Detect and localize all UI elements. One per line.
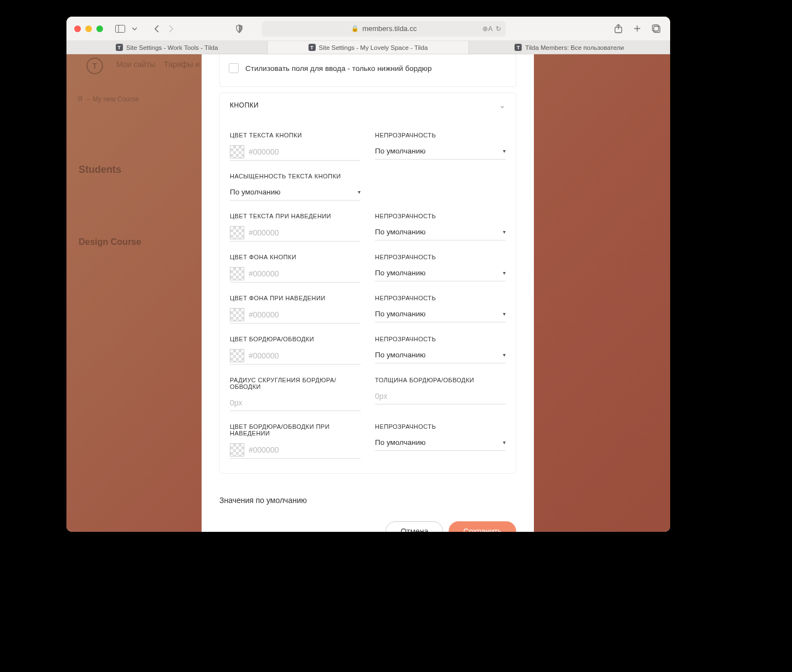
svg-rect-4 — [652, 25, 659, 31]
color-swatch[interactable] — [230, 443, 244, 456]
field-label: ЦВЕТ БОРДЮРА/ОБВОДКИ ПРИ НАВЕДЕНИИ — [230, 423, 361, 437]
panel-header[interactable]: КНОПКИ ⌄ — [220, 93, 516, 117]
share-icon[interactable] — [613, 23, 625, 35]
opacity-select[interactable]: По умолчанию▾ — [375, 265, 506, 281]
field-label: ТОЛЩИНА БОРДЮРА/ОБВОДКИ — [375, 377, 506, 383]
field-label: НЕПРОЗРАЧНОСТЬ — [375, 423, 506, 430]
color-swatch[interactable] — [230, 308, 244, 321]
caret-down-icon: ▾ — [358, 189, 361, 195]
caret-down-icon: ▾ — [503, 229, 506, 235]
bottom-border-checkbox[interactable] — [229, 63, 239, 73]
url-host: members.tilda.cc — [362, 24, 416, 33]
opacity-select[interactable]: По умолчанию▾ — [375, 143, 506, 160]
field-label: НЕПРОЗРАЧНОСТЬ — [375, 336, 506, 342]
browser-tab[interactable]: T Site Settings - My Lovely Space - Tild… — [268, 41, 469, 54]
browser-toolbar: 🔒 members.tilda.cc ⊕А ↻ — [66, 17, 670, 41]
browser-window: 🔒 members.tilda.cc ⊕А ↻ T Site Settings … — [66, 17, 670, 532]
shield-icon[interactable] — [233, 23, 245, 35]
field-label: НЕПРОЗРАЧНОСТЬ — [375, 213, 506, 219]
cancel-button[interactable]: Отмена — [385, 521, 443, 532]
tabs-overview-icon[interactable] — [650, 23, 662, 35]
svg-rect-0 — [116, 25, 125, 32]
color-swatch[interactable] — [230, 226, 244, 239]
settings-modal: Стилизовать поля для ввода - только нижн… — [202, 54, 534, 532]
caret-down-icon: ▾ — [503, 270, 506, 276]
svg-rect-3 — [654, 26, 660, 32]
browser-tab[interactable]: T Tilda Members: Все пользователи — [469, 41, 670, 54]
hover-text-color-input[interactable] — [249, 228, 361, 237]
caret-down-icon: ▾ — [503, 439, 506, 445]
maximize-window-button[interactable] — [96, 25, 103, 32]
tilda-favicon: T — [308, 44, 316, 51]
button-text-color-input[interactable] — [249, 147, 361, 156]
caret-down-icon: ▾ — [503, 352, 506, 358]
field-label: РАДИУС СКРУГЛЕНИЯ БОРДЮРА/ОБВОДКИ — [230, 377, 361, 390]
bg-color-input[interactable] — [249, 269, 361, 278]
tab-label: Site Settings - My Lovely Space - Tilda — [319, 44, 428, 51]
checkbox-label: Стилизовать поля для ввода - только нижн… — [245, 64, 431, 73]
caret-down-icon: ▾ — [503, 311, 506, 317]
translate-icon[interactable]: ⊕А — [482, 25, 492, 33]
hover-border-color-input[interactable] — [249, 445, 361, 454]
back-button[interactable] — [151, 23, 163, 35]
field-label: ЦВЕТ ТЕКСТА ПРИ НАВЕДЕНИИ — [230, 213, 361, 219]
color-swatch[interactable] — [230, 349, 244, 362]
border-color-input[interactable] — [249, 351, 361, 360]
new-tab-icon[interactable] — [631, 23, 644, 35]
border-radius-input[interactable] — [230, 394, 361, 411]
panel-title: КНОПКИ — [230, 101, 259, 109]
reload-icon[interactable]: ↻ — [496, 25, 501, 33]
chevron-down-icon: ⌄ — [499, 101, 506, 110]
field-label: ЦВЕТ ТЕКСТА КНОПКИ — [230, 132, 361, 138]
save-button[interactable]: Сохранить — [449, 521, 516, 532]
url-bar[interactable]: 🔒 members.tilda.cc ⊕А ↻ — [262, 21, 506, 37]
sidebar-toggle-icon[interactable] — [114, 23, 126, 35]
field-label: НЕПРОЗРАЧНОСТЬ — [375, 254, 506, 260]
caret-down-icon: ▾ — [503, 148, 506, 154]
close-window-button[interactable] — [74, 25, 81, 32]
opacity-select[interactable]: По умолчанию▾ — [375, 224, 506, 240]
page-viewport: T Мои сайты Тарифы и Я → My new Course S… — [66, 54, 670, 532]
browser-tabs: T Site Settings - Work Tools - Tilda T S… — [66, 41, 670, 54]
field-label: ЦВЕТ ФОНА ПРИ НАВЕДЕНИИ — [230, 295, 361, 301]
text-weight-select[interactable]: По умолчанию▾ — [230, 184, 361, 201]
opacity-select[interactable]: По умолчанию▾ — [375, 306, 506, 322]
field-label: НЕПРОЗРАЧНОСТЬ — [375, 132, 506, 138]
minimize-window-button[interactable] — [85, 25, 92, 32]
lock-icon: 🔒 — [351, 25, 359, 32]
opacity-select[interactable]: По умолчанию▾ — [375, 434, 506, 451]
border-width-input[interactable] — [375, 388, 506, 404]
forward-button[interactable] — [165, 23, 177, 35]
buttons-panel: КНОПКИ ⌄ ЦВЕТ ТЕКСТА КНОПКИ — [219, 93, 516, 474]
field-label: НАСЫЩЕННОСТЬ ТЕКСТА КНОПКИ — [230, 173, 361, 179]
dropdown-chevron-icon[interactable] — [128, 23, 141, 35]
tilda-favicon: T — [515, 44, 522, 51]
inputs-style-card: Стилизовать поля для ввода - только нижн… — [219, 54, 516, 87]
browser-tab[interactable]: T Site Settings - Work Tools - Tilda — [66, 41, 268, 54]
hover-bg-color-input[interactable] — [249, 310, 361, 319]
tab-label: Tilda Members: Все пользователи — [525, 44, 624, 51]
tilda-favicon: T — [116, 44, 123, 51]
field-label: ЦВЕТ БОРДЮРА/ОБВОДКИ — [230, 336, 361, 342]
field-label: НЕПРОЗРАЧНОСТЬ — [375, 295, 506, 301]
color-swatch[interactable] — [230, 145, 244, 158]
field-label: ЦВЕТ ФОНА КНОПКИ — [230, 254, 361, 260]
color-swatch[interactable] — [230, 267, 244, 280]
traffic-lights — [74, 25, 103, 32]
tab-label: Site Settings - Work Tools - Tilda — [126, 44, 218, 51]
defaults-link[interactable]: Значения по умолчанию — [219, 496, 516, 505]
opacity-select[interactable]: По умолчанию▾ — [375, 347, 506, 363]
